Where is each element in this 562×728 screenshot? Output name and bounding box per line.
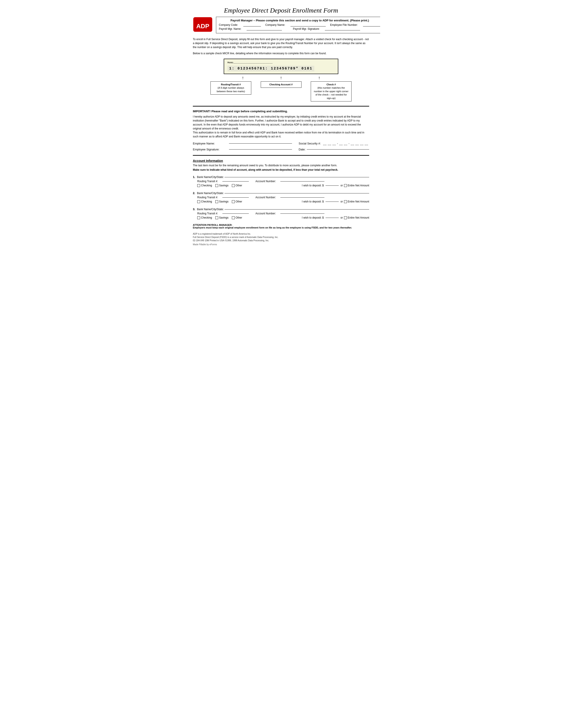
routing-3-label: Routing Transit #: — [197, 212, 218, 215]
account-1-label: Account Number: — [256, 180, 276, 183]
footer-section: ADP is a registered trademark of ADP of … — [193, 232, 369, 242]
account-2-field[interactable] — [281, 197, 324, 198]
divider-1 — [193, 106, 369, 107]
routing-1-field[interactable] — [223, 181, 249, 182]
employee-file-label: Employee File Number: — [330, 23, 358, 26]
account-3-field[interactable] — [281, 213, 324, 214]
bank-3-label: Bank Name/City/State: — [197, 208, 224, 211]
entire-net-2-checkbox[interactable] — [344, 200, 347, 203]
payroll-mgr-field[interactable] — [247, 27, 282, 30]
made-fillable: Made Fillable by eForms — [193, 243, 369, 246]
routing-3-row: Routing Transit #: Account Number: — [197, 212, 369, 215]
checking-3-group: Checking — [197, 216, 212, 219]
other-3-checkbox[interactable] — [232, 216, 235, 219]
company-name-label: Company Name: — [266, 23, 285, 26]
routing-2-row: Routing Transit #: Account Number: — [197, 196, 369, 199]
deposit-3-amount[interactable] — [325, 218, 339, 218]
savings-3-label: Savings — [219, 216, 229, 219]
ssn-field: __ __ __ - __ __ - __ __ __ __ — [322, 142, 368, 145]
routing-1-row: Routing Transit #: Account Number: — [197, 180, 369, 183]
labels-row: Routing/Transit # (A 9-digit number alwa… — [211, 81, 351, 101]
checking-2-group: Checking — [197, 200, 212, 203]
company-name-field[interactable] — [290, 23, 326, 26]
arrows-row: ↑ ↑ ↑ — [224, 75, 338, 80]
attention-body: Employers must keep each original employ… — [193, 226, 369, 229]
savings-3-checkbox[interactable] — [215, 216, 218, 219]
savings-2-checkbox[interactable] — [215, 200, 218, 203]
date-label: Date: — [298, 148, 305, 151]
emp-name-label: Employee Name: — [193, 142, 228, 145]
checkbox-3-row: Checking Savings Other I wish to deposit… — [197, 216, 369, 219]
account-entry-3: 3. Bank Name/City/State: Routing Transit… — [193, 208, 369, 219]
emp-name-field[interactable] — [229, 143, 292, 144]
intro-paragraph2: Below is a sample check MICR line, detai… — [193, 51, 369, 55]
arrow-checknum: ↑ — [318, 75, 320, 80]
important-heading: IMPORTANT! Please read and sign before c… — [193, 109, 369, 114]
other-1-checkbox[interactable] — [232, 184, 235, 187]
footer-line1: ADP is a registered trademark of ADP of … — [193, 232, 369, 236]
emp-sig-label: Employee Signature: — [193, 148, 228, 151]
deposit-1-group: I wish to deposit: $ or Entire Net Amoun… — [302, 184, 369, 187]
checkbox-2-row: Checking Savings Other I wish to deposit… — [197, 200, 369, 203]
other-2-label: Other — [236, 200, 242, 203]
intro-paragraph1: To enroll in Full Service Direct Deposit… — [193, 37, 369, 49]
or-3-label: or — [340, 216, 343, 219]
account-entry-2: 2. Bank Name/City/State: Routing Transit… — [193, 191, 369, 203]
or-1-label: or — [340, 184, 343, 187]
check-image: Memo___________________________ 1: 01234… — [224, 59, 338, 74]
routing-label-box: Routing/Transit # (A 9-digit number alwa… — [211, 81, 251, 95]
savings-3-group: Savings — [215, 216, 229, 219]
checking-1-group: Checking — [197, 184, 212, 187]
employee-name-row: Employee Name: Social Security #: __ __ … — [193, 142, 369, 145]
account-3-num: 3. — [193, 208, 195, 211]
attention-heading: ATTENTION PAYROLL MANAGER: — [193, 224, 369, 226]
savings-1-group: Savings — [215, 184, 229, 187]
other-2-checkbox[interactable] — [232, 200, 235, 203]
entire-net-2-box: Entire Net Amount — [344, 200, 369, 203]
important-body: I hereby authorize ADP to deposit any am… — [193, 115, 369, 138]
emp-sig-field[interactable] — [229, 149, 292, 150]
payroll-sig-label: Payroll Mgr. Signature: — [293, 27, 319, 30]
arrow-routing: ↑ — [242, 75, 244, 80]
other-1-label: Other — [236, 184, 242, 187]
deposit-3-group: I wish to deposit: $ or Entire Net Amoun… — [302, 216, 369, 219]
checking-2-label: Checking — [201, 200, 212, 203]
header-box: Payroll Manager – Please complete this s… — [216, 17, 380, 33]
svg-text:ADP: ADP — [196, 23, 209, 30]
checking-3-label: Checking — [201, 216, 212, 219]
entire-net-3-box: Entire Net Amount — [344, 216, 369, 219]
account-1-field[interactable] — [281, 181, 324, 182]
routing-2-field[interactable] — [223, 197, 249, 198]
company-code-field[interactable] — [243, 23, 261, 26]
checkbox-1-row: Checking Savings Other I wish to deposit… — [197, 184, 369, 187]
memo-line: Memo___________________________ — [228, 61, 334, 64]
date-field[interactable] — [307, 149, 369, 150]
deposit-3-label: I wish to deposit: $ — [302, 216, 324, 219]
employee-sig-row: Employee Signature: Date: — [193, 148, 369, 151]
employee-file-field[interactable] — [363, 23, 380, 26]
routing-1-label: Routing Transit #: — [197, 180, 218, 183]
entire-net-1-checkbox[interactable] — [344, 184, 347, 187]
entire-net-1-label: Entire Net Amount — [348, 184, 369, 187]
bank-1-field[interactable] — [225, 177, 369, 177]
checking-1-checkbox[interactable] — [197, 184, 200, 187]
entire-net-3-checkbox[interactable] — [344, 216, 347, 219]
other-2-group: Other — [232, 200, 242, 203]
page-title: Employee Direct Deposit Enrollment Form — [193, 7, 369, 14]
savings-1-checkbox[interactable] — [215, 184, 218, 187]
account-1-num: 1. — [193, 175, 195, 179]
deposit-1-label: I wish to deposit: $ — [302, 184, 324, 187]
payroll-sig-field[interactable] — [325, 27, 360, 30]
company-code-label: Company Code: — [219, 23, 238, 26]
micr-line: 1: 0123456781: 123456789" 0101 — [228, 66, 314, 71]
other-3-label: Other — [236, 216, 242, 219]
checking-3-checkbox[interactable] — [197, 216, 200, 219]
account-info-subtext: The last item must be for the remaining … — [193, 164, 369, 167]
routing-3-field[interactable] — [223, 213, 249, 214]
savings-2-group: Savings — [215, 200, 229, 203]
bank-3-field[interactable] — [225, 209, 369, 210]
checking-2-checkbox[interactable] — [197, 200, 200, 203]
important-section: IMPORTANT! Please read and sign before c… — [193, 109, 369, 139]
other-3-group: Other — [232, 216, 242, 219]
deposit-1-amount[interactable] — [325, 185, 339, 186]
